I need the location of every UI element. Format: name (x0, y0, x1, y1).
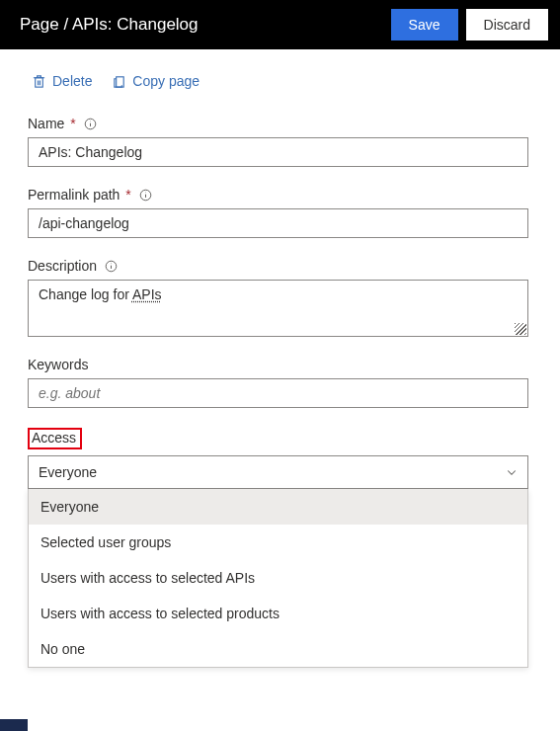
discard-button[interactable]: Discard (466, 9, 548, 41)
copy-icon (112, 74, 126, 89)
page-header: Page / APIs: Changelog Save Discard (0, 0, 560, 49)
copy-label: Copy page (132, 73, 200, 89)
svg-rect-1 (117, 76, 124, 86)
access-select[interactable]: Everyone (28, 455, 528, 489)
access-label: Access (32, 430, 76, 446)
access-option[interactable]: No one (29, 631, 527, 667)
chevron-down-icon (506, 466, 518, 478)
svg-rect-0 (36, 77, 43, 86)
access-field: Access Everyone Everyone Selected user g… (28, 428, 528, 668)
name-input[interactable] (28, 137, 528, 167)
copy-page-button[interactable]: Copy page (112, 73, 200, 89)
name-field: Name * (28, 116, 528, 167)
access-option[interactable]: Users with access to selected APIs (29, 560, 527, 596)
description-link: APIs (132, 286, 162, 302)
keywords-label: Keywords (28, 357, 528, 372)
access-option[interactable]: Everyone (29, 489, 527, 525)
permalink-field: Permalink path * (28, 187, 528, 238)
info-icon[interactable] (105, 260, 118, 273)
delete-label: Delete (52, 73, 92, 89)
keywords-input[interactable] (28, 378, 528, 408)
permalink-input[interactable] (28, 208, 528, 238)
access-option[interactable]: Selected user groups (29, 525, 527, 560)
form: Name * Permalink path * Description Chan… (0, 92, 560, 668)
save-button[interactable]: Save (391, 9, 458, 41)
delete-button[interactable]: Delete (32, 73, 92, 89)
access-option[interactable]: Users with access to selected products (29, 596, 527, 631)
info-icon[interactable] (84, 118, 97, 130)
info-icon[interactable] (139, 189, 152, 202)
access-selected-value: Everyone (39, 464, 97, 480)
description-label: Description (28, 258, 528, 274)
page-title: Page / APIs: Changelog (20, 15, 383, 35)
name-label: Name * (28, 116, 528, 131)
toolbar: Delete Copy page (0, 49, 560, 92)
keywords-field: Keywords (28, 357, 528, 408)
trash-icon (32, 74, 46, 89)
required-indicator: * (70, 116, 75, 131)
required-indicator: * (125, 187, 130, 203)
access-label-highlight: Access (28, 428, 82, 449)
description-input[interactable]: Change log for APIs (28, 280, 528, 337)
permalink-label: Permalink path * (28, 187, 528, 203)
description-field: Description Change log for APIs (28, 258, 528, 337)
access-dropdown: Everyone Selected user groups Users with… (28, 489, 528, 668)
description-input-wrap: Change log for APIs (28, 280, 528, 337)
